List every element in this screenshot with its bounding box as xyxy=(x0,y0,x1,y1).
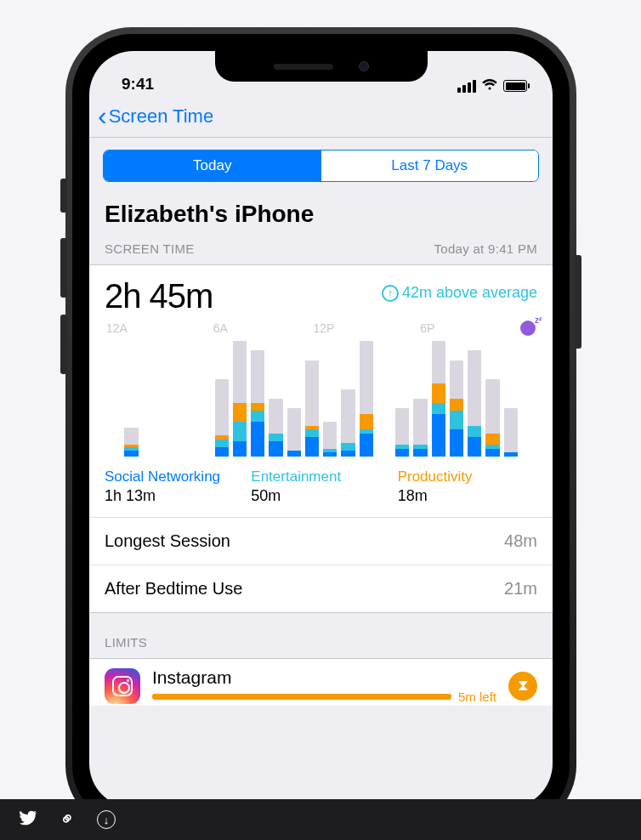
device-name: Elizabeth's iPhone xyxy=(105,201,537,228)
battery-icon xyxy=(503,80,527,92)
section-timestamp: Today at 9:41 PM xyxy=(434,241,537,256)
total-time: 2h 45m xyxy=(105,277,213,315)
speaker-grille xyxy=(274,64,333,70)
section-title: SCREEN TIME xyxy=(105,241,195,256)
twitter-icon[interactable] xyxy=(19,809,37,831)
back-chevron-icon[interactable]: ‹ xyxy=(98,100,107,132)
screen: 9:41 ‹ Screen Time Today Last 7 Days Eli… xyxy=(89,51,553,808)
row-after-bedtime[interactable]: After Bedtime Use 21m xyxy=(89,565,553,612)
legend-label: Social Networking xyxy=(105,468,244,485)
legend-entertainment: Entertainment 50m xyxy=(251,468,390,505)
above-average-text: 42m above average xyxy=(402,284,537,302)
segment-last7[interactable]: Last 7 Days xyxy=(321,150,539,181)
legend-label: Productivity xyxy=(398,468,537,485)
segmented-control: Today Last 7 Days xyxy=(103,150,539,182)
chart-x-labels: 12A 6A 12P 6P xyxy=(105,315,537,338)
legend: Social Networking 1h 13m Entertainment 5… xyxy=(105,468,537,505)
instagram-icon xyxy=(105,668,140,704)
x-tick: 12P xyxy=(313,321,334,335)
cellular-icon xyxy=(457,80,476,93)
above-average: ↑ 42m above average xyxy=(382,284,537,302)
download-icon[interactable]: ↓ xyxy=(97,810,116,829)
nav-back-label[interactable]: Screen Time xyxy=(109,105,214,128)
x-tick: 6P xyxy=(420,321,434,335)
row-longest-session[interactable]: Longest Session 48m xyxy=(89,517,553,565)
status-time: 9:41 xyxy=(122,75,154,94)
legend-value: 18m xyxy=(398,487,537,505)
row-label: Longest Session xyxy=(105,531,230,551)
legend-productivity: Productivity 18m xyxy=(398,468,537,505)
front-camera xyxy=(359,61,369,71)
legend-value: 1h 13m xyxy=(105,487,244,505)
row-value: 21m xyxy=(504,579,537,599)
moon-icon xyxy=(520,321,536,336)
section-header: SCREEN TIME Today at 9:41 PM xyxy=(103,241,539,264)
row-value: 48m xyxy=(504,531,537,551)
hourglass-icon: ⧗ xyxy=(508,672,537,701)
legend-social: Social Networking 1h 13m xyxy=(105,468,244,505)
legend-label: Entertainment xyxy=(251,468,390,485)
notch xyxy=(215,51,428,82)
volume-down-button xyxy=(60,315,67,374)
limit-progress-bar xyxy=(152,694,451,700)
limit-row-instagram[interactable]: Instagram 5m left ⧗ xyxy=(89,658,553,706)
screentime-card[interactable]: 2h 45m ↑ 42m above average 12A 6A 12P 6P xyxy=(89,264,553,613)
volume-up-button xyxy=(60,238,67,298)
row-label: After Bedtime Use xyxy=(105,579,242,599)
x-tick: 12A xyxy=(106,321,128,335)
usage-chart xyxy=(105,338,537,457)
mute-switch xyxy=(60,179,67,213)
x-tick: 6A xyxy=(213,321,228,335)
link-icon[interactable]: ⚭ xyxy=(54,806,80,832)
arrow-up-icon: ↑ xyxy=(382,285,399,302)
limits-header: LIMITS xyxy=(103,635,539,658)
phone-frame: 9:41 ‹ Screen Time Today Last 7 Days Eli… xyxy=(72,34,570,825)
power-button xyxy=(575,255,581,349)
limit-remaining: 5m left xyxy=(458,690,496,704)
legend-value: 50m xyxy=(251,487,390,505)
segment-today[interactable]: Today xyxy=(104,150,321,181)
share-bar: ⚭ ↓ xyxy=(0,799,641,840)
limit-app-name: Instagram xyxy=(152,667,496,688)
nav-bar: ‹ Screen Time xyxy=(89,95,553,138)
wifi-icon xyxy=(481,78,498,94)
